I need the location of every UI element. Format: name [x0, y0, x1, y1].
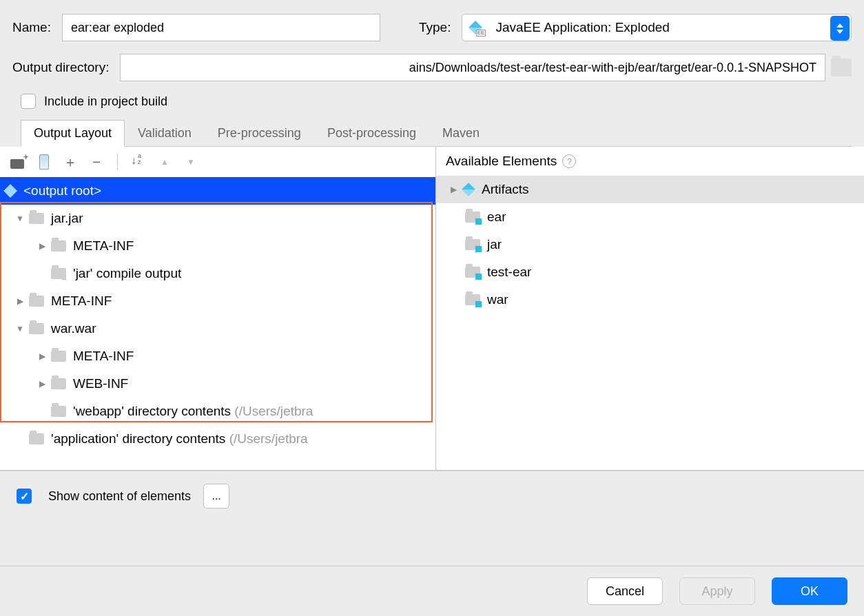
available-elements-header: Available Elements ?: [436, 147, 864, 176]
chevron-right-icon[interactable]: [447, 185, 460, 194]
type-label: Type:: [419, 20, 451, 35]
add-button[interactable]: ＋: [62, 154, 79, 170]
help-icon[interactable]: ?: [562, 154, 576, 168]
artifact-icon: [462, 183, 475, 196]
tree-item-jar-compile[interactable]: 'jar' compile output: [0, 260, 435, 287]
browse-folder-icon[interactable]: [831, 59, 852, 76]
chevron-right-icon[interactable]: [14, 296, 26, 306]
tab-pre-processing[interactable]: Pre-processing: [205, 120, 314, 146]
artifacts-node[interactable]: Artifacts: [436, 176, 864, 203]
apply-button: Apply: [679, 577, 755, 605]
module-icon: [465, 239, 480, 250]
tree-item-jar[interactable]: jar.jar: [0, 205, 435, 232]
tree-item-webapp-dir[interactable]: 'webapp' directory contents (/Users/jetb…: [0, 398, 435, 425]
module-jar[interactable]: jar: [436, 231, 864, 258]
ok-button[interactable]: OK: [772, 577, 847, 605]
include-build-label: Include in project build: [44, 94, 167, 109]
tree-item-application-dir[interactable]: 'application' directory contents (/Users…: [0, 425, 435, 453]
left-toolbar: ＋ − ▲ ▼: [0, 147, 435, 177]
folder-icon: [51, 351, 66, 362]
show-content-label: Show content of elements: [48, 489, 191, 504]
chevron-down-icon[interactable]: [14, 324, 26, 333]
folder-icon: [51, 240, 66, 251]
tree-item-metainf[interactable]: META-INF: [0, 287, 435, 315]
dialog-footer: Cancel Apply OK: [0, 566, 864, 616]
cancel-button[interactable]: Cancel: [587, 577, 663, 605]
tree-root[interactable]: <output root>: [0, 177, 435, 205]
folder-icon: [29, 296, 44, 307]
folder-icon: [29, 433, 44, 444]
type-dropdown[interactable]: JavaEE Application: Exploded: [462, 14, 852, 41]
folder-icon: [29, 323, 44, 334]
available-tree: Artifacts ear jar test-ear war: [436, 176, 864, 314]
new-archive-button[interactable]: [36, 154, 52, 170]
tab-bar: Output Layout Validation Pre-processing …: [21, 120, 852, 147]
tab-post-processing[interactable]: Post-processing: [314, 120, 429, 146]
show-content-checkbox[interactable]: [17, 489, 32, 504]
artifact-icon: [4, 185, 17, 197]
chevron-right-icon[interactable]: [36, 241, 48, 251]
module-war[interactable]: war: [436, 286, 864, 314]
output-tree: <output root> jar.jar META-INF 'jar' com…: [0, 177, 435, 453]
type-value: JavaEE Application: Exploded: [495, 20, 669, 35]
toolbar-separator: [117, 154, 118, 170]
module-icon: [465, 294, 480, 305]
folder-icon: [51, 406, 66, 417]
javaee-icon: [469, 21, 482, 34]
tab-output-layout[interactable]: Output Layout: [21, 120, 125, 147]
chevron-right-icon[interactable]: [36, 351, 48, 361]
module-icon: [465, 212, 480, 223]
options-button[interactable]: ...: [203, 484, 229, 509]
sort-button[interactable]: [130, 154, 147, 170]
down-triangle-icon[interactable]: ▼: [183, 154, 199, 170]
module-test-ear[interactable]: test-ear: [436, 258, 864, 286]
compile-output-icon: [51, 268, 66, 279]
remove-button[interactable]: −: [88, 154, 105, 170]
tree-item-war-webinf[interactable]: WEB-INF: [0, 370, 435, 398]
output-directory-input[interactable]: [120, 54, 825, 81]
folder-icon: [51, 378, 66, 389]
chevron-right-icon[interactable]: [36, 379, 48, 389]
outdir-label: Output directory:: [12, 60, 109, 75]
name-input[interactable]: [62, 14, 380, 41]
tab-maven[interactable]: Maven: [429, 120, 493, 146]
name-label: Name:: [12, 20, 51, 35]
folder-icon: [29, 213, 44, 224]
chevron-down-icon[interactable]: [14, 214, 26, 223]
dropdown-arrows-icon: [830, 16, 850, 41]
tree-item-jar-metainf[interactable]: META-INF: [0, 232, 435, 260]
module-ear[interactable]: ear: [436, 203, 864, 231]
module-icon: [465, 267, 480, 278]
tree-item-war-metainf[interactable]: META-INF: [0, 342, 435, 370]
new-folder-button[interactable]: [10, 154, 26, 170]
include-build-checkbox[interactable]: [21, 94, 36, 109]
up-triangle-icon[interactable]: ▲: [156, 154, 173, 170]
tab-validation[interactable]: Validation: [125, 120, 205, 146]
tree-item-war[interactable]: war.war: [0, 315, 435, 342]
